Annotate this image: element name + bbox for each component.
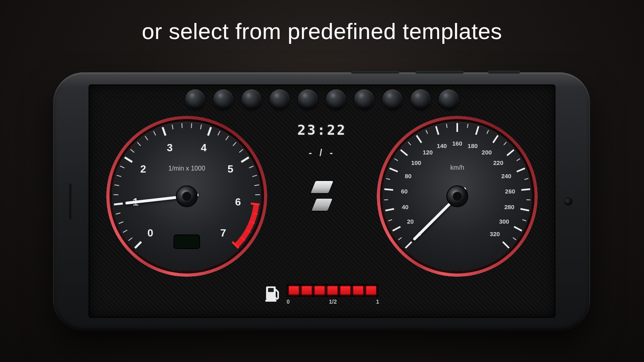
svg-text:6: 6: [235, 196, 241, 208]
svg-line-69: [446, 124, 447, 128]
svg-line-15: [137, 142, 140, 146]
svg-line-17: [153, 131, 155, 136]
svg-line-90: [522, 220, 526, 221]
svg-line-18: [163, 127, 165, 136]
status-led: [213, 89, 233, 109]
svg-text:60: 60: [401, 188, 408, 195]
svg-text:3: 3: [167, 142, 172, 154]
svg-line-46: [405, 242, 412, 248]
status-led: [354, 89, 374, 109]
svg-line-29: [239, 149, 243, 152]
svg-line-11: [120, 166, 124, 168]
svg-line-0: [135, 242, 141, 248]
marketing-headline: or select from predefined templates: [0, 18, 644, 44]
gear-indicator: [313, 181, 331, 211]
svg-line-73: [476, 126, 478, 135]
svg-line-51: [388, 220, 392, 221]
svg-line-79: [507, 150, 514, 156]
svg-line-91: [514, 226, 522, 230]
fuel-scale: 01/21: [287, 298, 379, 305]
svg-line-12: [125, 157, 132, 162]
svg-point-45: [182, 192, 191, 201]
svg-line-26: [218, 131, 220, 136]
svg-line-82: [517, 168, 525, 171]
status-led: [439, 89, 459, 109]
fuel-cells: [287, 284, 378, 297]
svg-text:5: 5: [227, 163, 233, 175]
svg-line-75: [487, 130, 489, 134]
svg-text:0: 0: [147, 227, 153, 239]
svg-line-33: [252, 175, 257, 177]
svg-text:100: 100: [411, 159, 421, 166]
status-led: [382, 89, 402, 109]
svg-text:7: 7: [220, 227, 226, 239]
svg-line-2: [128, 238, 132, 241]
svg-line-9: [114, 185, 119, 186]
phone-speaker: [69, 183, 72, 220]
svg-line-93: [513, 237, 516, 240]
svg-line-76: [493, 136, 498, 143]
status-led: [326, 89, 346, 109]
svg-line-30: [241, 157, 249, 162]
clock-display: 23:22: [282, 123, 362, 137]
fuel-gauge[interactable]: 01/21: [265, 284, 379, 305]
svg-line-34: [254, 185, 259, 186]
svg-text:2: 2: [140, 163, 146, 175]
svg-line-67: [436, 126, 438, 135]
svg-line-36: [251, 204, 260, 204]
lap-display: - / -: [282, 148, 362, 158]
svg-line-24: [208, 127, 211, 136]
svg-line-20: [172, 125, 173, 130]
status-led: [270, 89, 290, 109]
svg-line-48: [398, 237, 402, 240]
status-led-row: [185, 89, 459, 109]
svg-text:40: 40: [402, 204, 409, 210]
svg-line-21: [182, 123, 182, 128]
phone-power-button: [488, 70, 520, 73]
speed-unit-label: km/h: [450, 164, 464, 171]
svg-line-6: [114, 204, 123, 204]
svg-text:320: 320: [490, 230, 500, 237]
svg-line-84: [524, 179, 528, 179]
svg-line-32: [249, 166, 254, 168]
svg-line-28: [233, 142, 236, 146]
svg-line-16: [145, 136, 148, 140]
phone-camera: [564, 197, 572, 206]
svg-rect-98: [268, 288, 274, 292]
svg-text:240: 240: [501, 173, 511, 179]
status-led: [242, 89, 262, 109]
svg-text:120: 120: [423, 149, 433, 156]
tachometer-gauge[interactable]: 01234567 1/min x 1000: [106, 116, 267, 277]
tach-unit-label: 1/min x 1000: [168, 165, 205, 172]
svg-text:260: 260: [505, 188, 515, 195]
svg-line-10: [117, 175, 121, 177]
dashboard-screen[interactable]: 01234567 1/min x 1000 020406080100120140…: [89, 84, 555, 318]
svg-line-23: [200, 125, 201, 130]
fuel-pump-icon: [265, 284, 281, 302]
svg-line-88: [520, 209, 529, 210]
status-led: [411, 89, 431, 109]
speedometer-gauge[interactable]: 0204060801001201401601802002202402602803…: [377, 116, 538, 277]
svg-line-78: [504, 142, 507, 145]
svg-line-63: [408, 142, 411, 145]
center-info-column: 23:22 - / -: [282, 123, 362, 216]
svg-line-49: [392, 226, 400, 230]
svg-line-60: [394, 158, 398, 160]
svg-line-94: [503, 242, 509, 248]
svg-line-27: [226, 136, 229, 140]
svg-text:180: 180: [468, 142, 478, 149]
svg-line-58: [390, 168, 398, 171]
svg-point-97: [453, 192, 462, 201]
svg-text:160: 160: [452, 140, 462, 147]
status-led: [185, 89, 205, 109]
svg-line-64: [417, 136, 421, 143]
svg-line-55: [384, 189, 393, 190]
svg-text:20: 20: [407, 218, 414, 225]
svg-text:220: 220: [493, 159, 504, 166]
phone-volume-button: [351, 70, 399, 73]
svg-line-14: [130, 149, 134, 152]
svg-line-22: [191, 123, 192, 128]
svg-line-85: [521, 189, 530, 190]
svg-text:280: 280: [504, 204, 514, 210]
svg-line-72: [467, 124, 468, 128]
